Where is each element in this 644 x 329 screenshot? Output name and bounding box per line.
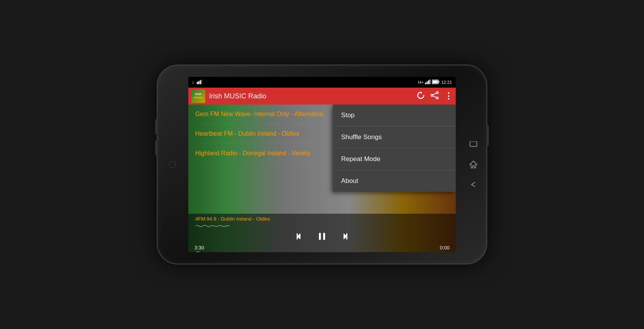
phone-frame: ♪ H+ <box>157 65 487 264</box>
status-bar: ♪ H+ <box>188 77 456 88</box>
signal-bars-icon <box>197 80 202 85</box>
progress-bar[interactable] <box>188 251 456 252</box>
svg-line-16 <box>433 93 437 95</box>
volume-down-button[interactable] <box>155 140 158 156</box>
svg-rect-21 <box>323 233 325 240</box>
music-note-icon: ♪ <box>192 80 194 85</box>
share-button[interactable] <box>430 91 439 101</box>
menu-shuffle-songs[interactable]: Shuffle Songs <box>333 126 456 148</box>
svg-line-17 <box>433 96 437 98</box>
now-playing-label: 4FM 94.9 - Dublin Ireland - Oldies <box>188 214 456 223</box>
volume-up-button[interactable] <box>155 119 158 135</box>
back-button[interactable] <box>467 178 480 191</box>
transport-controls <box>188 229 456 245</box>
svg-point-15 <box>431 94 433 96</box>
svg-rect-19 <box>297 233 298 239</box>
svg-rect-7 <box>427 81 428 84</box>
time-current: 3:30 <box>194 245 204 251</box>
nav-buttons <box>467 138 480 191</box>
menu-repeat-mode[interactable]: Repeat Mode <box>333 148 456 170</box>
svg-rect-23 <box>346 233 347 239</box>
svg-point-14 <box>437 97 438 99</box>
prev-button[interactable] <box>295 231 306 243</box>
dropdown-menu: Stop Shuffle Songs Repeat Mode About <box>333 105 456 192</box>
app-title: Irish MUSIC Radio <box>209 92 413 100</box>
svg-rect-12 <box>433 81 438 83</box>
power-button[interactable] <box>486 125 489 146</box>
app-header: irish music Irish MUSIC Radio <box>188 88 456 105</box>
camera <box>169 161 176 168</box>
svg-rect-3 <box>198 81 199 84</box>
menu-stop[interactable]: Stop <box>333 105 456 126</box>
menu-about[interactable]: About <box>333 170 456 192</box>
svg-rect-2 <box>197 82 198 84</box>
recent-apps-button[interactable] <box>467 138 480 151</box>
svg-rect-20 <box>319 233 321 240</box>
svg-rect-8 <box>428 80 429 84</box>
screen: ♪ H+ <box>188 77 456 252</box>
svg-rect-4 <box>200 80 201 84</box>
refresh-button[interactable] <box>417 91 425 101</box>
battery-icon <box>432 80 440 85</box>
time-total: 0:00 <box>440 245 450 251</box>
svg-point-13 <box>437 91 438 93</box>
svg-rect-11 <box>439 81 440 83</box>
time-row: 3:30 0:00 <box>188 245 456 251</box>
main-content: Gem FM New Wave- Internet Only - Alterna… <box>188 105 456 252</box>
time-display: 12:21 <box>441 80 452 85</box>
progress-indicator <box>194 251 201 252</box>
next-button[interactable] <box>338 231 349 243</box>
svg-rect-5 <box>201 80 202 84</box>
svg-rect-0 <box>470 141 477 146</box>
more-options-button[interactable]: ⋮ <box>444 91 453 101</box>
app-logo: irish music <box>191 89 205 103</box>
svg-rect-9 <box>430 80 430 84</box>
pause-button[interactable] <box>317 231 327 243</box>
player-controls: 4FM 94.9 - Dublin Ireland - Oldies <box>188 214 456 252</box>
signal-icon <box>425 80 430 85</box>
svg-marker-1 <box>470 161 477 168</box>
home-button[interactable] <box>467 158 480 171</box>
svg-rect-6 <box>425 83 426 84</box>
waveform <box>188 223 456 229</box>
network-type: H+ <box>418 80 423 85</box>
